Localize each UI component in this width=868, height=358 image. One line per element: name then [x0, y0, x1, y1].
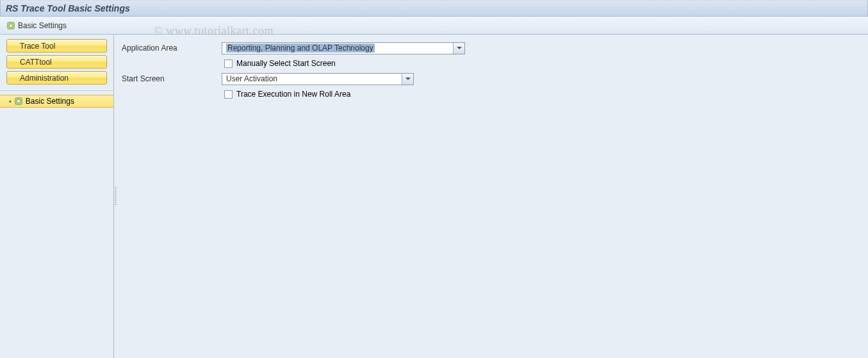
- chevron-down-icon: [402, 74, 413, 85]
- sidebar-button-label: Administration: [20, 74, 69, 83]
- sidebar-tree: • Basic Settings: [0, 90, 113, 358]
- application-area-select[interactable]: Reporting, Planning and OLAP Technology: [222, 42, 465, 54]
- tree-bullet-icon: •: [9, 97, 12, 105]
- svg-point-3: [17, 99, 20, 102]
- application-area-value: Reporting, Planning and OLAP Technology: [226, 44, 375, 53]
- sidebar-button-label: Trace Tool: [20, 42, 55, 51]
- tree-item-basic-settings[interactable]: • Basic Settings: [0, 95, 113, 108]
- page-title: RS Trace Tool Basic Settings: [6, 3, 130, 13]
- application-area-row: Application Area Reporting, Planning and…: [119, 41, 863, 55]
- manually-select-checkbox[interactable]: [224, 60, 233, 68]
- trace-execution-checkbox[interactable]: [224, 90, 233, 99]
- toolbar: Basic Settings: [0, 17, 868, 35]
- tree-item-label: Basic Settings: [26, 97, 74, 106]
- start-screen-select[interactable]: User Activation: [222, 73, 414, 85]
- settings-icon: [14, 97, 23, 106]
- sidebar-button-catttool[interactable]: CATTtool: [6, 55, 107, 69]
- content-area: Trace Tool CATTtool Administration • Bas…: [0, 35, 868, 358]
- basic-settings-toolbar-button[interactable]: Basic Settings: [4, 20, 69, 31]
- chevron-down-icon: [453, 43, 464, 54]
- start-screen-value: User Activation: [226, 74, 277, 83]
- toolbar-item-label: Basic Settings: [18, 21, 67, 30]
- sidebar-button-administration[interactable]: Administration: [6, 71, 107, 85]
- sidebar: Trace Tool CATTtool Administration • Bas…: [0, 35, 114, 358]
- settings-icon: [6, 21, 15, 30]
- sidebar-button-label: CATTtool: [20, 58, 52, 67]
- trace-execution-label: Trace Execution in New Roll Area: [236, 90, 350, 99]
- splitter-grip-icon: [115, 187, 117, 206]
- manually-select-row: Manually Select Start Screen: [222, 56, 863, 70]
- application-area-label: Application Area: [119, 44, 222, 53]
- title-bar: RS Trace Tool Basic Settings: [0, 0, 868, 17]
- manually-select-label: Manually Select Start Screen: [236, 59, 336, 68]
- main-panel: Application Area Reporting, Planning and…: [114, 35, 868, 358]
- start-screen-row: Start Screen User Activation: [119, 72, 863, 86]
- splitter-handle[interactable]: [114, 35, 117, 358]
- trace-execution-row: Trace Execution in New Roll Area: [222, 87, 863, 101]
- svg-point-1: [9, 24, 12, 27]
- start-screen-label: Start Screen: [119, 74, 222, 83]
- sidebar-button-trace-tool[interactable]: Trace Tool: [6, 39, 107, 53]
